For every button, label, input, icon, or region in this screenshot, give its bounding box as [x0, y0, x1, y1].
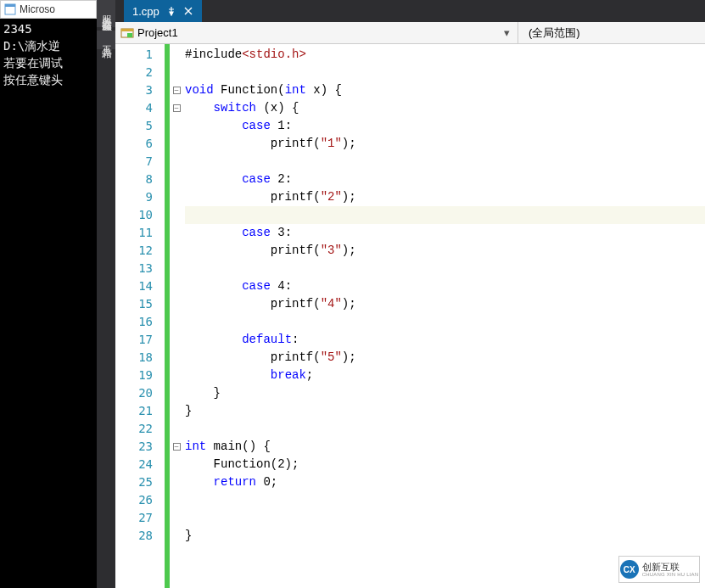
- console-line: 2345: [3, 20, 93, 37]
- line-number: 19: [115, 367, 153, 384]
- logo-text-en: CHUANG XIN HU LIAN: [642, 572, 699, 578]
- chevron-down-icon: ▾: [504, 26, 512, 39]
- code-line[interactable]: case 3:: [185, 224, 705, 242]
- line-number: 24: [115, 456, 153, 473]
- console-line: 若要在调试: [3, 54, 93, 71]
- code-line[interactable]: [185, 206, 705, 224]
- side-tabs: 服务器资源管理器工具箱: [97, 0, 115, 588]
- side-tab[interactable]: 服务器资源管理器: [97, 0, 115, 27]
- code-line[interactable]: [185, 420, 705, 438]
- code-line[interactable]: printf("4");: [185, 295, 705, 313]
- line-number: 4: [115, 99, 153, 117]
- code-line[interactable]: }: [185, 402, 705, 420]
- line-number: 13: [115, 260, 153, 277]
- code-line[interactable]: printf("2");: [185, 188, 705, 206]
- code-line[interactable]: printf("1");: [185, 135, 705, 153]
- svg-rect-3: [121, 29, 133, 31]
- document-tab[interactable]: 1.cpp: [124, 0, 202, 22]
- line-number: 6: [115, 135, 153, 153]
- console-panel: Microso 2345D:\滴水逆若要在调试按任意键头: [0, 0, 97, 588]
- code-line[interactable]: case 1:: [185, 117, 705, 135]
- editor-column: 1.cpp Project1 ▾ (全局范围) 1234567891011121…: [115, 0, 705, 588]
- line-number: 26: [115, 491, 153, 509]
- code-line[interactable]: [185, 313, 705, 331]
- fold-toggle[interactable]: −: [173, 104, 181, 112]
- line-number: 9: [115, 188, 153, 206]
- fold-column[interactable]: −−−: [170, 44, 183, 588]
- code-line[interactable]: }: [185, 384, 705, 402]
- line-number: 5: [115, 117, 153, 135]
- code-line[interactable]: case 2:: [185, 171, 705, 188]
- code-line[interactable]: printf("5");: [185, 349, 705, 367]
- line-number: 3: [115, 81, 153, 99]
- navigation-bar: Project1 ▾ (全局范围): [115, 22, 705, 44]
- line-number: 12: [115, 242, 153, 260]
- logo-mark: CX: [620, 560, 639, 579]
- pin-icon[interactable]: [166, 6, 176, 16]
- code-line[interactable]: void Function(int x) {: [185, 81, 705, 99]
- line-number: 23: [115, 438, 153, 456]
- code-line[interactable]: [185, 509, 705, 527]
- code-line[interactable]: Function(2);: [185, 456, 705, 473]
- project-dropdown[interactable]: Project1 ▾: [115, 22, 518, 43]
- line-number: 1: [115, 46, 153, 64]
- line-number: 14: [115, 277, 153, 295]
- line-number: 20: [115, 384, 153, 402]
- code-line[interactable]: [185, 491, 705, 509]
- console-title-bar: Microso: [0, 0, 97, 19]
- line-number-gutter: 1234567891011121314151617181920212223242…: [115, 44, 165, 588]
- console-title-text: Microso: [20, 3, 55, 15]
- code-line[interactable]: }: [185, 527, 705, 545]
- code-line[interactable]: int main() {: [185, 438, 705, 456]
- document-tab-strip: 1.cpp: [115, 0, 705, 22]
- svg-rect-1: [5, 4, 15, 7]
- line-number: 28: [115, 527, 153, 545]
- line-number: 21: [115, 402, 153, 420]
- code-line[interactable]: default:: [185, 331, 705, 349]
- code-line[interactable]: return 0;: [185, 473, 705, 491]
- watermark-logo: CX 创新互联 CHUANG XIN HU LIAN: [618, 556, 700, 583]
- line-number: 11: [115, 224, 153, 242]
- fold-toggle[interactable]: −: [173, 443, 181, 451]
- console-output: 2345D:\滴水逆若要在调试按任意键头: [0, 19, 97, 90]
- scope-dropdown[interactable]: (全局范围): [518, 22, 705, 43]
- line-number: 27: [115, 509, 153, 527]
- line-number: 17: [115, 331, 153, 349]
- document-tab-label: 1.cpp: [132, 5, 159, 18]
- line-number: 8: [115, 171, 153, 188]
- fold-toggle[interactable]: −: [173, 87, 181, 94]
- code-line[interactable]: [185, 64, 705, 81]
- project-name: Project1: [137, 26, 178, 39]
- code-text-area[interactable]: #include<stdio.h>void Function(int x) { …: [183, 44, 705, 588]
- code-line[interactable]: [185, 153, 705, 171]
- line-number: 22: [115, 420, 153, 438]
- svg-rect-4: [127, 33, 132, 37]
- line-number: 15: [115, 295, 153, 313]
- side-tab[interactable]: 工具箱: [97, 31, 115, 49]
- window-icon: [4, 3, 16, 15]
- line-number: 10: [115, 206, 153, 224]
- console-line: 按任意键头: [3, 71, 93, 88]
- line-number: 25: [115, 473, 153, 491]
- logo-text-cn: 创新互联: [642, 562, 699, 572]
- code-line[interactable]: [185, 260, 705, 277]
- console-line: D:\滴水逆: [3, 37, 93, 54]
- line-number: 2: [115, 64, 153, 81]
- code-line[interactable]: case 4:: [185, 277, 705, 295]
- code-line[interactable]: printf("3");: [185, 242, 705, 260]
- line-number: 16: [115, 313, 153, 331]
- line-number: 18: [115, 349, 153, 367]
- scope-label: (全局范围): [529, 25, 580, 41]
- code-line[interactable]: #include<stdio.h>: [185, 46, 705, 64]
- project-icon: [120, 26, 134, 40]
- code-editor[interactable]: 1234567891011121314151617181920212223242…: [115, 44, 705, 588]
- close-icon[interactable]: [183, 6, 193, 16]
- code-line[interactable]: break;: [185, 367, 705, 384]
- code-line[interactable]: switch (x) {: [185, 99, 705, 117]
- line-number: 7: [115, 153, 153, 171]
